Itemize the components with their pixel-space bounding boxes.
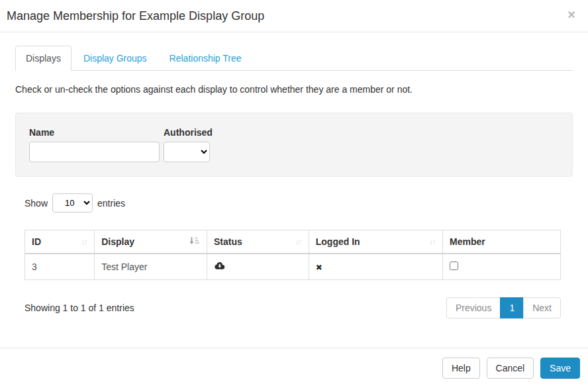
show-label: Show bbox=[24, 198, 48, 209]
cross-icon: ✖ bbox=[316, 263, 322, 272]
cell-logged-in: ✖ bbox=[309, 254, 442, 280]
column-header-status-label: Status bbox=[214, 236, 242, 247]
cell-status bbox=[207, 254, 309, 280]
length-control: Show 10 entries bbox=[24, 193, 564, 213]
tab-displays[interactable]: Displays bbox=[15, 46, 72, 71]
column-header-status[interactable]: Status ↓↑ bbox=[207, 230, 309, 254]
pagination-next[interactable]: Next bbox=[524, 297, 561, 318]
cloud-download-icon bbox=[214, 262, 225, 272]
modal-footer: Help Cancel Save bbox=[0, 348, 588, 388]
column-header-id-label: ID bbox=[32, 236, 41, 247]
column-header-logged-in[interactable]: Logged In ↓↑ bbox=[309, 230, 442, 254]
close-icon[interactable]: × bbox=[565, 9, 578, 21]
save-button[interactable]: Save bbox=[540, 358, 580, 379]
tab-relationship-tree-label[interactable]: Relationship Tree bbox=[159, 46, 252, 71]
helper-text: Check or un-check the options against ea… bbox=[15, 84, 573, 95]
pagination-page-1[interactable]: 1 bbox=[501, 297, 524, 318]
tab-displays-label[interactable]: Displays bbox=[15, 46, 72, 71]
page-length-select[interactable]: 10 bbox=[52, 193, 93, 213]
table-footer-row: Showing 1 to 1 of 1 entries Previous 1 N… bbox=[24, 297, 561, 318]
pagination-page-1-label[interactable]: 1 bbox=[500, 297, 524, 318]
tab-display-groups[interactable]: Display Groups bbox=[73, 46, 158, 71]
tab-bar: Displays Display Groups Relationship Tre… bbox=[15, 46, 573, 71]
modal-body: Displays Display Groups Relationship Tre… bbox=[0, 32, 588, 348]
displays-table-wrap: ID ↓↑ Display bbox=[24, 230, 561, 280]
authorised-label: Authorised bbox=[164, 127, 213, 138]
manage-membership-modal: Manage Membership for Example Display Gr… bbox=[0, 0, 588, 388]
tab-relationship-tree[interactable]: Relationship Tree bbox=[159, 46, 252, 71]
column-header-display-label: Display bbox=[101, 236, 134, 247]
sort-unsorted-icon: ↓↑ bbox=[81, 237, 87, 246]
column-header-id[interactable]: ID ↓↑ bbox=[25, 230, 95, 254]
help-button[interactable]: Help bbox=[442, 358, 480, 379]
column-header-member: Member bbox=[442, 230, 560, 254]
column-header-display[interactable]: Display bbox=[95, 230, 207, 254]
cell-member bbox=[442, 254, 560, 280]
table-info: Showing 1 to 1 of 1 entries bbox=[24, 303, 134, 313]
name-input[interactable] bbox=[29, 142, 160, 162]
table-header-row: ID ↓↑ Display bbox=[25, 230, 561, 254]
pagination: Previous 1 Next bbox=[446, 297, 561, 318]
member-checkbox[interactable] bbox=[450, 262, 458, 270]
cell-id: 3 bbox=[25, 254, 95, 280]
name-label: Name bbox=[29, 127, 160, 138]
filter-authorised-field: Authorised bbox=[164, 127, 213, 162]
column-header-logged-in-label: Logged In bbox=[316, 236, 360, 247]
filter-name-field: Name bbox=[29, 127, 160, 162]
column-header-member-label: Member bbox=[450, 236, 485, 247]
table-row: 3 Test Player bbox=[25, 254, 561, 280]
modal-header: Manage Membership for Example Display Gr… bbox=[0, 0, 588, 32]
displays-table: ID ↓↑ Display bbox=[24, 230, 561, 280]
tab-display-groups-label[interactable]: Display Groups bbox=[73, 46, 158, 71]
sort-unsorted-icon: ↓↑ bbox=[295, 237, 302, 246]
pagination-previous[interactable]: Previous bbox=[446, 297, 501, 318]
sort-unsorted-icon: ↓↑ bbox=[429, 237, 436, 246]
authorised-select[interactable] bbox=[164, 142, 210, 162]
cancel-button[interactable]: Cancel bbox=[487, 358, 534, 379]
modal-title: Manage Membership for Example Display Gr… bbox=[7, 9, 565, 24]
cell-display: Test Player bbox=[95, 254, 207, 280]
filter-panel: Name Authorised bbox=[15, 113, 573, 177]
pagination-next-label[interactable]: Next bbox=[523, 297, 561, 318]
sort-ascending-icon bbox=[189, 236, 200, 247]
pagination-previous-label[interactable]: Previous bbox=[446, 297, 501, 318]
entries-label: entries bbox=[97, 198, 125, 209]
